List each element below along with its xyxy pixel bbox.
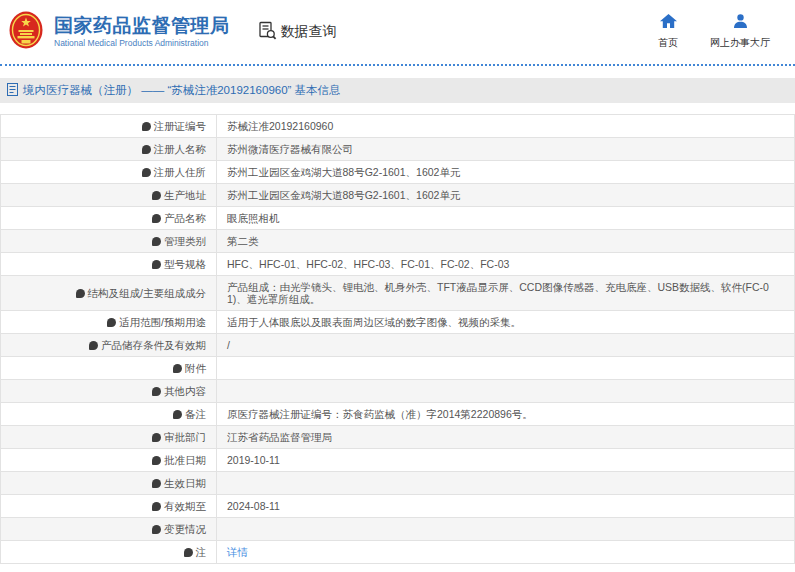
row-label: 管理类别: [164, 235, 206, 247]
row-value-cell: [217, 518, 795, 541]
table-row: 审批部门 江苏省药品监督管理局: [1, 426, 795, 449]
row-label: 附件: [185, 362, 206, 374]
breadcrumb: 境内医疗器械（注册） —— “苏械注准20192160960” 基本信息: [0, 78, 795, 103]
row-value: /: [227, 339, 230, 351]
table-row: 结构及组成/主要组成成分 产品组成：由光学镜头、锂电池、机身外壳、TFT液晶显示…: [1, 276, 795, 311]
row-label-cell: 产品名称: [1, 207, 217, 230]
row-value-cell: 详情: [217, 541, 795, 564]
info-table: 注册证编号 苏械注准20192160960 注册人名称 苏州微清医疗器械有限公司…: [0, 114, 795, 564]
row-label: 结构及组成/主要组成成分: [88, 287, 206, 299]
row-label-cell: 注: [1, 541, 217, 564]
row-value: HFC、HFC-01、HFC-02、HFC-03、FC-01、FC-02、FC-…: [227, 258, 509, 270]
registration-info: 注册证编号 苏械注准20192160960 注册人名称 苏州微清医疗器械有限公司…: [0, 114, 795, 564]
row-label-cell: 型号规格: [1, 253, 217, 276]
row-label-cell: 附件: [1, 357, 217, 380]
note-icon: [76, 289, 85, 298]
nav-service-hall-label: 网上办事大厅: [710, 36, 770, 50]
row-value: 苏州工业园区金鸡湖大道88号G2-1601、1602单元: [227, 189, 460, 201]
user-icon: [733, 14, 748, 32]
top-nav: 首页 网上办事大厅: [656, 14, 770, 50]
row-label-cell: 适用范围/预期用途: [1, 311, 217, 334]
row-label: 产品储存条件及有效期: [101, 339, 206, 351]
table-row: 批准日期 2019-10-11: [1, 449, 795, 472]
row-label-cell: 有效期至: [1, 495, 217, 518]
note-icon: [173, 410, 182, 419]
note-icon: [152, 502, 161, 511]
row-value-cell: 苏械注准20192160960: [217, 115, 795, 138]
table-row: 备注 原医疗器械注册证编号：苏食药监械（准）字2014第2220896号。: [1, 403, 795, 426]
row-label-cell: 注册证编号: [1, 115, 217, 138]
nav-service-hall[interactable]: 网上办事大厅: [710, 14, 770, 50]
row-value-cell: 2024-08-11: [217, 495, 795, 518]
row-value: 苏州微清医疗器械有限公司: [227, 143, 353, 155]
row-label: 生效日期: [164, 477, 206, 489]
row-label: 适用范围/预期用途: [119, 316, 206, 328]
row-label-cell: 管理类别: [1, 230, 217, 253]
row-value: 眼底照相机: [227, 212, 280, 224]
details-link[interactable]: 详情: [227, 546, 248, 558]
row-value-cell: 适用于人体眼底以及眼表面周边区域的数字图像、视频的采集。: [217, 311, 795, 334]
row-value-cell: [217, 472, 795, 495]
nav-home-label: 首页: [658, 36, 678, 50]
row-label: 型号规格: [164, 258, 206, 270]
note-icon: [173, 364, 182, 373]
table-row: 注册人住所 苏州工业园区金鸡湖大道88号G2-1601、1602单元: [1, 161, 795, 184]
row-label: 批准日期: [164, 454, 206, 466]
org-title-block: 国家药品监督管理局 National Medical Products Admi…: [54, 16, 230, 48]
row-label-cell: 注册人住所: [1, 161, 217, 184]
note-icon: [184, 548, 193, 557]
table-row: 注册证编号 苏械注准20192160960: [1, 115, 795, 138]
row-label-cell: 其他内容: [1, 380, 217, 403]
row-label: 审批部门: [164, 431, 206, 443]
row-label-cell: 变更情况: [1, 518, 217, 541]
national-emblem-icon: [8, 10, 44, 54]
table-row: 注 详情: [1, 541, 795, 564]
row-value-cell: 苏州工业园区金鸡湖大道88号G2-1601、1602单元: [217, 161, 795, 184]
nav-home[interactable]: 首页: [656, 14, 680, 50]
note-icon: [152, 433, 161, 442]
row-value: 苏械注准20192160960: [227, 120, 333, 132]
table-row: 产品储存条件及有效期 /: [1, 334, 795, 357]
row-label: 备注: [185, 408, 206, 420]
row-label: 产品名称: [164, 212, 206, 224]
row-value-cell: 2019-10-11: [217, 449, 795, 472]
row-value-cell: 苏州微清医疗器械有限公司: [217, 138, 795, 161]
row-value-cell: 苏州工业园区金鸡湖大道88号G2-1601、1602单元: [217, 184, 795, 207]
table-row: 其他内容: [1, 380, 795, 403]
row-value: 苏州工业园区金鸡湖大道88号G2-1601、1602单元: [227, 166, 460, 178]
row-label: 有效期至: [164, 500, 206, 512]
table-row: 注册人名称 苏州微清医疗器械有限公司: [1, 138, 795, 161]
row-value: 2024-08-11: [227, 500, 280, 512]
breadcrumb-text: 境内医疗器械（注册） —— “苏械注准20192160960” 基本信息: [23, 83, 341, 98]
table-row: 生效日期: [1, 472, 795, 495]
row-value: 江苏省药品监督管理局: [227, 431, 332, 443]
row-value-cell: 眼底照相机: [217, 207, 795, 230]
row-value: 原医疗器械注册证编号：苏食药监械（准）字2014第2220896号。: [227, 408, 533, 420]
row-label-cell: 生效日期: [1, 472, 217, 495]
table-row: 型号规格 HFC、HFC-01、HFC-02、HFC-03、FC-01、FC-0…: [1, 253, 795, 276]
row-label: 变更情况: [164, 523, 206, 535]
data-query-section[interactable]: 数据查询: [258, 21, 337, 44]
note-icon: [152, 525, 161, 534]
row-label-cell: 备注: [1, 403, 217, 426]
row-label: 注册人名称: [154, 143, 207, 155]
row-label-cell: 注册人名称: [1, 138, 217, 161]
table-row: 变更情况: [1, 518, 795, 541]
row-value-cell: 原医疗器械注册证编号：苏食药监械（准）字2014第2220896号。: [217, 403, 795, 426]
table-row: 适用范围/预期用途 适用于人体眼底以及眼表面周边区域的数字图像、视频的采集。: [1, 311, 795, 334]
row-value-cell: 江苏省药品监督管理局: [217, 426, 795, 449]
row-label-cell: 生产地址: [1, 184, 217, 207]
row-value-cell: 第二类: [217, 230, 795, 253]
note-icon: [142, 122, 151, 131]
row-value: 2019-10-11: [227, 454, 280, 466]
org-name-en: National Medical Products Administration: [54, 39, 230, 48]
row-label: 注册证编号: [154, 120, 207, 132]
site-header: 国家药品监督管理局 National Medical Products Admi…: [0, 0, 795, 66]
table-row: 附件: [1, 357, 795, 380]
note-icon: [89, 341, 98, 350]
row-label-cell: 结构及组成/主要组成成分: [1, 276, 217, 311]
note-icon: [152, 479, 161, 488]
table-row: 产品名称 眼底照相机: [1, 207, 795, 230]
table-row: 有效期至 2024-08-11: [1, 495, 795, 518]
row-value-cell: /: [217, 334, 795, 357]
